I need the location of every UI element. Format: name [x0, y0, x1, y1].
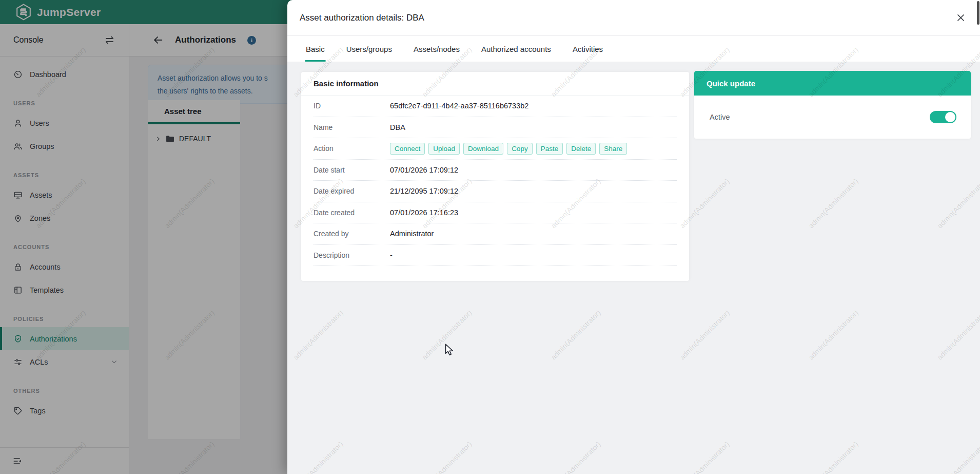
field-row-date-start: Date start07/01/2026 17:09:12 — [313, 160, 677, 181]
basic-information-title: Basic information — [313, 79, 379, 88]
field-row-description: Description- — [313, 245, 677, 267]
tab-users-groups[interactable]: Users/groups — [346, 36, 392, 62]
field-label: ID — [313, 102, 390, 110]
action-badge-paste: Paste — [536, 143, 563, 155]
field-value: Administrator — [390, 230, 434, 238]
active-label: Active — [710, 113, 730, 121]
card-title-row: Basic information — [301, 72, 689, 96]
field-row-created-by: Created byAdministrator — [313, 223, 677, 245]
asset-authorization-details-drawer: Asset authorization details: DBA BasicUs… — [287, 0, 980, 474]
field-label: Date expired — [313, 187, 390, 195]
field-row-id: ID65dfc2e7-d911-4b42-aa37-85116b6733b2 — [313, 96, 677, 117]
field-value: 21/12/2095 17:09:12 — [390, 187, 458, 195]
action-badges: ConnectUploadDownloadCopyPasteDeleteShar… — [390, 143, 627, 155]
field-value: - — [390, 251, 393, 259]
action-badge-connect: Connect — [390, 143, 425, 155]
field-value: 65dfc2e7-d911-4b42-aa37-85116b6733b2 — [390, 102, 528, 110]
field-row-date-expired: Date expired21/12/2095 17:09:12 — [313, 181, 677, 202]
action-badge-download: Download — [463, 143, 503, 155]
drawer-titlebar: Asset authorization details: DBA — [287, 0, 980, 36]
basic-information-card: Basic information ID65dfc2e7-d911-4b42-a… — [301, 72, 689, 281]
tab-assets-nodes[interactable]: Assets/nodes — [414, 36, 460, 62]
field-label: Description — [313, 251, 390, 259]
field-value: 07/01/2026 17:09:12 — [390, 166, 458, 174]
action-badge-upload: Upload — [428, 143, 460, 155]
drawer-tabs: BasicUsers/groupsAssets/nodesAuthorized … — [287, 36, 980, 62]
field-value: 07/01/2026 17:16:23 — [390, 208, 458, 217]
quick-update-card: Quick update Active — [694, 71, 971, 139]
field-label: Date start — [313, 166, 390, 174]
tab-basic[interactable]: Basic — [306, 36, 325, 62]
quick-update-body: Active — [694, 96, 971, 139]
field-label: Name — [313, 123, 390, 131]
field-value: DBA — [390, 123, 405, 131]
field-row-name: NameDBA — [313, 117, 677, 139]
active-toggle[interactable] — [930, 111, 956, 123]
field-label: Date created — [313, 208, 390, 217]
field-label: Action — [313, 144, 390, 153]
close-icon[interactable] — [956, 13, 966, 23]
action-badge-share: Share — [599, 143, 627, 155]
quick-update-title: Quick update — [707, 79, 755, 88]
toggle-knob — [945, 112, 955, 122]
tab-authorized-accounts[interactable]: Authorized accounts — [481, 36, 551, 62]
drawer-title: Asset authorization details: DBA — [300, 13, 424, 23]
drawer-body: Basic information ID65dfc2e7-d911-4b42-a… — [287, 62, 980, 474]
field-label: Created by — [313, 230, 390, 238]
field-row-action: ActionConnectUploadDownloadCopyPasteDele… — [313, 138, 677, 160]
field-row-date-created: Date created07/01/2026 17:16:23 — [313, 202, 677, 224]
action-badge-delete: Delete — [566, 143, 596, 155]
screen: JumpServer Console DashboardUSERSUsersGr… — [0, 0, 980, 474]
basic-information-fields: ID65dfc2e7-d911-4b42-aa37-85116b6733b2Na… — [301, 96, 689, 266]
action-badge-copy: Copy — [507, 143, 533, 155]
quick-update-header: Quick update — [694, 71, 971, 96]
tab-activities[interactable]: Activities — [573, 36, 603, 62]
scrollbar-thumb[interactable] — [977, 1, 979, 25]
